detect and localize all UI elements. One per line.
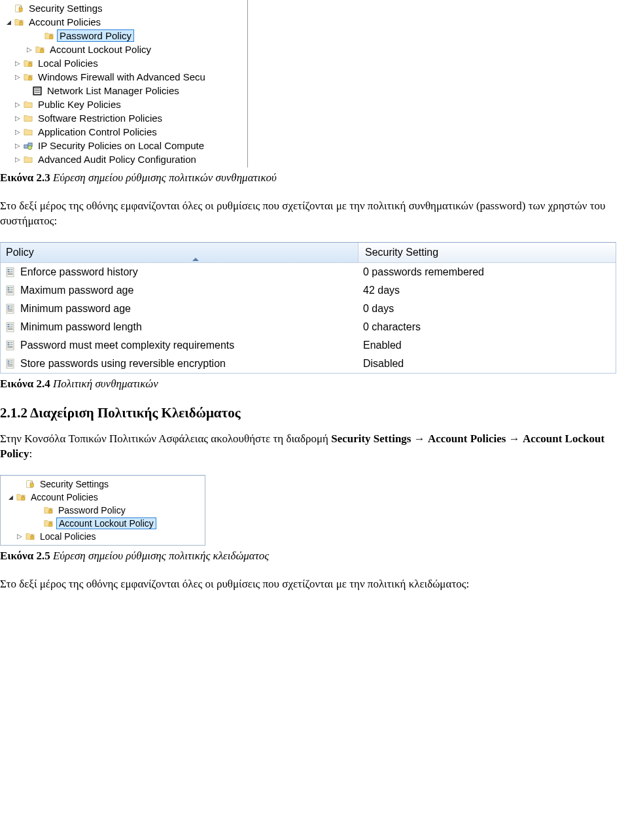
tree-item[interactable]: Security Settings [0, 1, 247, 15]
expand-arrow-icon[interactable]: ▷ [13, 73, 22, 80]
folder-icon [22, 154, 34, 166]
tree-item[interactable]: ▷Account Lockout Policy [0, 43, 247, 56]
tree-item-label: Security Settings [40, 479, 109, 489]
collapse-arrow-icon[interactable]: ◢ [4, 19, 13, 26]
svg-rect-23 [8, 287, 10, 289]
tree-item-label: Public Key Policies [38, 99, 121, 110]
column-header-policy-label: Policy [6, 247, 34, 258]
svg-rect-48 [8, 346, 13, 347]
expand-arrow-icon[interactable]: ▷ [13, 60, 22, 67]
svg-rect-31 [8, 307, 10, 309]
folder-lock-icon [15, 491, 27, 503]
svg-rect-9 [35, 88, 40, 89]
svg-rect-3 [50, 36, 52, 39]
svg-rect-33 [10, 307, 13, 308]
svg-rect-37 [8, 324, 10, 325]
svg-rect-61 [49, 523, 52, 526]
tree-item[interactable]: ▷Local Policies [1, 530, 205, 543]
arrow-glyph: → [506, 432, 523, 445]
svg-rect-5 [29, 63, 31, 66]
expand-arrow-icon[interactable]: ▷ [13, 114, 22, 122]
arrow-glyph: → [411, 432, 428, 445]
svg-rect-59 [22, 497, 24, 500]
tree-item[interactable]: ◢Account Policies [1, 491, 205, 504]
svg-rect-24 [8, 289, 10, 290]
svg-rect-28 [8, 292, 13, 293]
policy-name: Store passwords using reversible encrypt… [20, 358, 226, 370]
path-account-policies: Account Policies [428, 432, 506, 445]
policy-row[interactable]: Minimum password length0 characters [1, 318, 616, 336]
tree-item[interactable]: ▷Advanced Audit Policy Configuration [0, 152, 247, 166]
figure-caption-2-3: Εικόνα 2.3 Εύρεση σημείου ρύθμισης πολιτ… [0, 171, 628, 184]
policy-row[interactable]: Store passwords using reversible encrypt… [1, 355, 616, 373]
policy-row[interactable]: Maximum password age42 days [1, 281, 616, 300]
netlist-icon [31, 85, 43, 97]
figure-caption-2-5: Εικόνα 2.5 Εύρεση σημείου ρύθμισης πολιτ… [0, 550, 628, 563]
svg-rect-62 [31, 536, 33, 539]
policy-row[interactable]: Password must meet complexity requiremen… [1, 336, 616, 355]
folder-lock-icon [24, 531, 36, 542]
tree-item[interactable]: ▷IP Security Policies on Local Compute [0, 139, 247, 152]
tree-item[interactable]: Password Policy [1, 504, 205, 517]
expand-arrow-icon[interactable]: ▷ [13, 142, 22, 149]
svg-rect-47 [10, 344, 13, 345]
expand-arrow-icon[interactable]: ▷ [13, 101, 22, 108]
svg-rect-27 [8, 291, 13, 292]
policy-name: Minimum password length [20, 321, 142, 333]
policy-value: Disabled [363, 358, 404, 369]
svg-rect-52 [8, 362, 10, 364]
tree-item[interactable]: ▷Application Control Policies [0, 125, 247, 139]
svg-rect-25 [10, 287, 13, 288]
svg-rect-1 [19, 8, 22, 11]
sort-ascending-icon [192, 247, 199, 261]
policy-row[interactable]: Enforce password history0 passwords reme… [1, 263, 616, 281]
svg-rect-40 [10, 326, 13, 326]
policy-name: Enforce password history [20, 266, 138, 278]
collapse-arrow-icon[interactable]: ◢ [6, 494, 15, 500]
security-settings-tree[interactable]: Security Settings◢Account PoliciesPasswo… [0, 0, 248, 167]
policy-name: Maximum password age [20, 285, 133, 296]
svg-rect-30 [8, 306, 10, 307]
tree-item[interactable]: ▷Local Policies [0, 56, 247, 70]
policy-settings-list[interactable]: Policy Security Setting Enforce password… [0, 242, 616, 374]
tree-item-label: Application Control Policies [38, 126, 157, 137]
caption-label: Εικόνα 2.5 [0, 550, 50, 562]
expand-arrow-icon[interactable]: ▷ [13, 156, 22, 163]
security-settings-tree-small[interactable]: Security Settings◢Account PoliciesPasswo… [0, 475, 205, 546]
column-header-policy[interactable]: Policy [1, 243, 358, 262]
tree-item-label: Account Lockout Policy [50, 44, 151, 55]
security-icon [24, 478, 36, 490]
expand-arrow-icon[interactable]: ▷ [25, 46, 34, 53]
expand-arrow-icon[interactable]: ▷ [13, 128, 22, 135]
tree-item[interactable]: Network List Manager Policies [0, 84, 247, 97]
tree-item[interactable]: ▷Windows Firewall with Advanced Secu [0, 70, 247, 84]
tree-item-label: Software Restriction Policies [38, 113, 162, 124]
folder-lock-icon [43, 517, 54, 529]
svg-rect-55 [8, 364, 13, 365]
expand-arrow-icon[interactable]: ▷ [15, 533, 24, 540]
tree-item[interactable]: ◢Account Policies [0, 15, 247, 29]
svg-rect-56 [8, 366, 13, 366]
policy-list-header[interactable]: Policy Security Setting [1, 243, 616, 263]
svg-rect-34 [8, 309, 13, 310]
policy-name: Minimum password age [20, 303, 131, 315]
body-paragraph: Στην Κονσόλα Τοπικών Πολιτικών Ασφάλειας… [0, 432, 628, 462]
svg-rect-11 [35, 92, 40, 92]
folder-icon [22, 126, 34, 138]
tree-item[interactable]: ▷Software Restriction Policies [0, 111, 247, 125]
svg-rect-17 [8, 271, 10, 272]
svg-rect-41 [8, 328, 13, 328]
column-header-security-setting[interactable]: Security Setting [358, 243, 616, 262]
caption-text: Πολιτική συνθηματικών [50, 377, 158, 390]
svg-rect-42 [8, 329, 13, 330]
svg-rect-20 [8, 273, 13, 273]
tree-item[interactable]: Account Lockout Policy [1, 517, 205, 530]
svg-rect-2 [20, 22, 22, 25]
folder-lock-icon [43, 30, 55, 42]
tree-item-label: Local Policies [38, 58, 98, 69]
tree-item-label: Account Lockout Policy [59, 518, 154, 529]
policy-row[interactable]: Minimum password age0 days [1, 300, 616, 318]
tree-item[interactable]: Password Policy [0, 29, 247, 43]
tree-item[interactable]: ▷Public Key Policies [0, 97, 247, 111]
tree-item[interactable]: Security Settings [1, 478, 205, 491]
